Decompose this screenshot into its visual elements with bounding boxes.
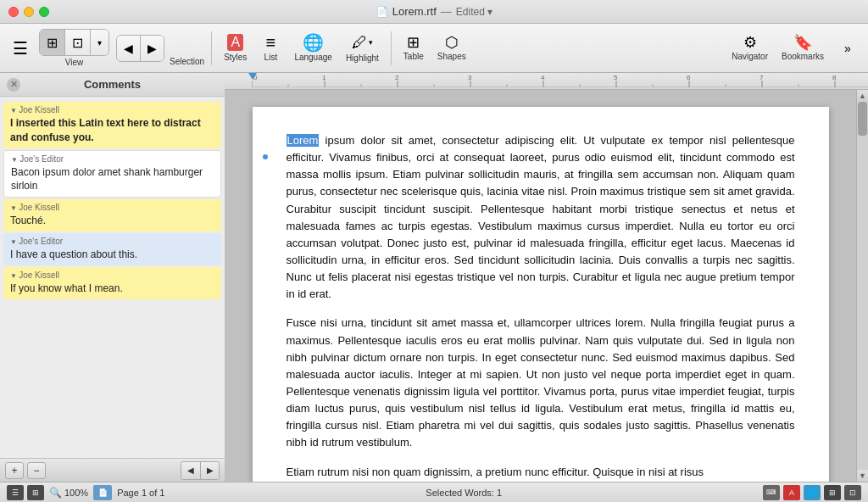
- page-info: Page 1 of 1: [117, 488, 164, 498]
- title-bar: 📄 Lorem.rtf — Edited ▾: [0, 0, 868, 24]
- window-title: 📄 Lorem.rtf — Edited ▾: [376, 5, 492, 18]
- traffic-lights: [8, 7, 49, 17]
- shapes-button[interactable]: ⬡ Shapes: [432, 28, 471, 69]
- sidebar-toggle-icon: ☰: [13, 40, 28, 57]
- comment-item[interactable]: Joe's Editor I have a question about thi…: [3, 233, 221, 265]
- comment-text: I inserted this Latin text here to distr…: [10, 116, 214, 145]
- bottom-right-icons: ⌨ A 🌐 ⊞ ⊡: [763, 485, 861, 500]
- globe-icon[interactable]: 🌐: [804, 485, 821, 500]
- list-label: List: [264, 53, 278, 62]
- navigator-button[interactable]: ⚙ Navigator: [726, 28, 773, 69]
- styles-icon: A: [227, 34, 243, 51]
- view-page-button[interactable]: ⊞: [40, 30, 64, 55]
- toolbar: ☰ ⊞ ⊡ ▾ View ◀ ▶ Selection A Styles ≡ Li…: [0, 24, 868, 73]
- document-page: Lorem ipsum dolor sit amet, consectetur …: [253, 107, 829, 482]
- highlight-button[interactable]: 🖊 ▾ Highlight: [341, 28, 384, 69]
- left-panel: ✕ Comments Joe Kissell I inserted this L…: [0, 73, 225, 482]
- bottom-icon-2[interactable]: ⊞: [27, 485, 44, 500]
- separator-1: [211, 31, 212, 65]
- fullscreen-button[interactable]: [39, 7, 49, 17]
- forward-button[interactable]: ▶: [140, 36, 164, 61]
- comment-text: Touché.: [10, 214, 214, 228]
- scroll-up-button[interactable]: ▲: [857, 90, 869, 102]
- page-thumb-icon[interactable]: 📄: [93, 485, 112, 500]
- comment-text: I have a question about this.: [10, 248, 214, 262]
- comment-author: Joe Kissell: [10, 105, 214, 114]
- panel-icon[interactable]: ⊡: [844, 485, 861, 500]
- highlight-label: Highlight: [346, 53, 379, 63]
- svg-text:1: 1: [322, 74, 326, 81]
- bottom-icon-1[interactable]: ☰: [7, 485, 24, 500]
- styles-label: Styles: [224, 53, 247, 62]
- scroll-thumb[interactable]: [858, 102, 867, 136]
- comments-bottom-toolbar: + − ◀ ▶: [0, 458, 225, 482]
- grid-icon[interactable]: ⊞: [824, 485, 841, 500]
- comment-prev-button[interactable]: ◀: [181, 462, 200, 479]
- comments-list[interactable]: Joe Kissell I inserted this Latin text h…: [0, 97, 225, 458]
- add-comment-button[interactable]: +: [5, 462, 24, 479]
- scroll-down-button[interactable]: ▼: [857, 470, 869, 482]
- file-icon: 📄: [376, 6, 388, 18]
- ruler: 0 1 2 3 4 5 6 7: [225, 73, 868, 90]
- language-icon: 🌐: [303, 34, 324, 51]
- view-label: View: [65, 58, 84, 67]
- list-button[interactable]: ≡ List: [255, 28, 286, 69]
- zoom-value: 100%: [64, 488, 88, 498]
- bottom-bar: ☰ ⊞ 🔍 100% 📄 Page 1 of 1 Selected Words:…: [0, 482, 868, 502]
- paragraph-1-text: ipsum dolor sit amet, consectetur adipis…: [287, 134, 795, 300]
- spell-icon[interactable]: A: [783, 485, 800, 500]
- comment-item[interactable]: Joe Kissell If you know what I mean.: [3, 267, 221, 299]
- comments-title: Comments: [20, 78, 204, 91]
- comments-header: ✕ Comments: [0, 73, 225, 97]
- ruler-svg: 0 1 2 3 4 5 6 7: [252, 73, 868, 87]
- title-separator: —: [441, 5, 452, 18]
- doc-container: Lorem ipsum dolor sit amet, consectetur …: [225, 90, 868, 482]
- svg-text:4: 4: [541, 74, 545, 81]
- more-button[interactable]: »: [832, 28, 863, 69]
- keyboard-icon[interactable]: ⌨: [763, 485, 780, 500]
- bottom-left-group: ☰ ⊞ 🔍 100% 📄 Page 1 of 1: [7, 485, 164, 500]
- view-chevron-button[interactable]: ▾: [90, 30, 108, 55]
- comment-item[interactable]: Joe's Editor Bacon ipsum dolor amet shan…: [3, 150, 221, 198]
- sidebar-toggle-button[interactable]: ☰: [5, 28, 36, 69]
- styles-button[interactable]: A Styles: [219, 28, 252, 69]
- highlight-icon: 🖊: [352, 34, 367, 52]
- view-top-buttons: ⊞ ⊡ ▾: [39, 29, 109, 56]
- comment-nav-group: ◀ ▶: [181, 461, 220, 480]
- comment-item[interactable]: Joe Kissell Touché.: [3, 199, 221, 231]
- scroll-track[interactable]: [857, 102, 868, 470]
- highlight-chevron-icon: ▾: [369, 38, 373, 47]
- bottom-status-text: Selected Words: 1: [426, 488, 502, 498]
- page-content: Lorem ipsum dolor sit amet, consectetur …: [287, 132, 795, 481]
- more-icon: »: [844, 42, 851, 54]
- comments-close-button[interactable]: ✕: [7, 78, 20, 92]
- close-button[interactable]: [8, 7, 19, 17]
- comment-text: Bacon ipsum dolor amet shank hamburger s…: [11, 165, 214, 194]
- minimize-button[interactable]: [24, 7, 34, 17]
- comment-item[interactable]: Joe Kissell I inserted this Latin text h…: [3, 102, 221, 148]
- filename: Lorem.rtf: [392, 5, 437, 18]
- bottom-right-group: ⌨ A 🌐 ⊞ ⊡: [763, 485, 861, 500]
- language-button[interactable]: 🌐 Language: [289, 28, 337, 69]
- shapes-icon: ⬡: [445, 35, 459, 50]
- list-icon: ≡: [266, 34, 276, 51]
- zoom-icon: 🔍: [49, 487, 62, 499]
- doc-scroll[interactable]: Lorem ipsum dolor sit amet, consectetur …: [225, 90, 856, 482]
- selection-group: Selection: [170, 30, 204, 66]
- back-button[interactable]: ◀: [117, 36, 140, 61]
- bookmarks-label: Bookmarks: [782, 52, 824, 61]
- toolbar-sidebar-group: ☰: [5, 28, 36, 69]
- comment-author: Joe's Editor: [11, 154, 214, 164]
- comment-text: If you know what I mean.: [10, 282, 214, 296]
- table-label: Table: [403, 52, 424, 61]
- paragraph-3: Etiam rutrum nisi non quam dignissim, a …: [287, 464, 795, 481]
- comment-next-button[interactable]: ▶: [200, 462, 219, 479]
- table-button[interactable]: ⊞ Table: [398, 28, 429, 69]
- view-outline-button[interactable]: ⊡: [64, 30, 90, 55]
- document-scrollbar[interactable]: ▲ ▼: [856, 90, 868, 482]
- bookmarks-button[interactable]: 🔖 Bookmarks: [776, 28, 829, 69]
- highlighted-word: Lorem: [287, 134, 320, 147]
- remove-comment-button[interactable]: −: [27, 462, 46, 479]
- svg-text:7: 7: [760, 74, 764, 81]
- comment-author: Joe Kissell: [10, 203, 214, 212]
